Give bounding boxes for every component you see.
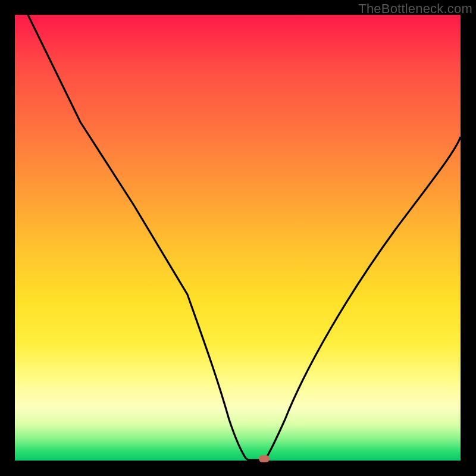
watermark-text: TheBottleneck.com [358, 1, 472, 17]
optimal-marker [259, 455, 270, 462]
plot-area [15, 15, 461, 461]
bottleneck-curve [15, 15, 461, 461]
curve-path [28, 15, 461, 460]
